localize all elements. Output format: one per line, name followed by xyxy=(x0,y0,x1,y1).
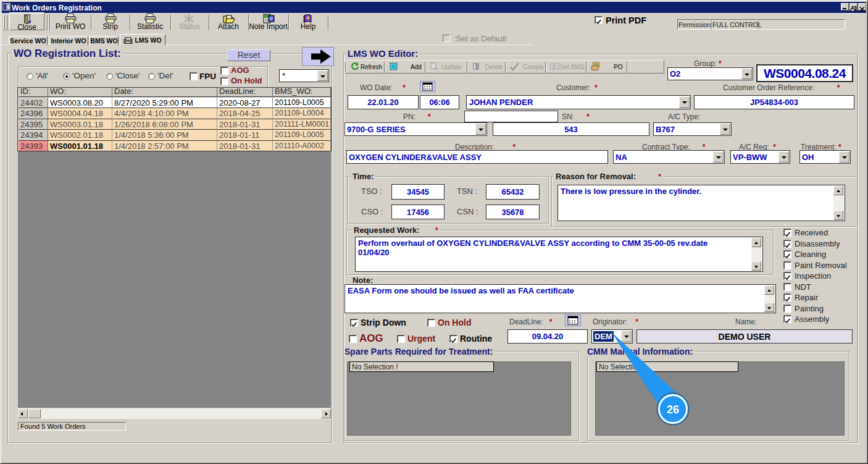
svg-text:26: 26 xyxy=(667,403,679,416)
